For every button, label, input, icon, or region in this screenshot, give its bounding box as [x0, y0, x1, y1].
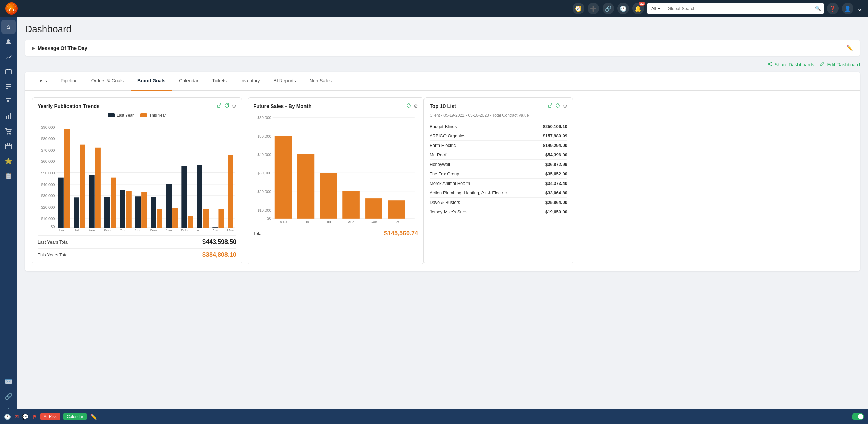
sidebar-item-reports[interactable]	[1, 94, 16, 109]
svg-rect-87	[297, 154, 315, 219]
calendar-tag[interactable]: Calendar	[63, 413, 87, 420]
collapse-nav-btn[interactable]: ⌄	[857, 4, 863, 13]
sidebar-item-analytics[interactable]	[1, 109, 16, 123]
add-icon-btn[interactable]: ➕	[588, 3, 599, 14]
top10-amount: $33,064.80	[545, 190, 567, 195]
bottom-flag-icon[interactable]: ⚑	[32, 413, 37, 420]
motd-edit-icon[interactable]: ✏️	[846, 45, 853, 51]
sidebar-item-orders[interactable]	[1, 124, 16, 138]
svg-text:$30,000: $30,000	[257, 171, 271, 175]
tab-lists[interactable]: Lists	[31, 72, 54, 91]
motd-toggle-icon[interactable]: ▶	[32, 46, 35, 51]
top10-settings-icon[interactable]: ⚙	[563, 103, 567, 109]
top10-client-name: Budget Blinds	[430, 124, 457, 129]
sidebar-item-mail[interactable]: ✉️	[1, 374, 16, 389]
search-scope-select[interactable]: All	[650, 6, 662, 12]
sidebar-item-deals[interactable]	[1, 50, 16, 64]
bottom-chat-icon[interactable]: 💬	[22, 413, 29, 420]
edit-icon	[820, 61, 825, 68]
legend-this-year-label: This Year	[149, 113, 166, 118]
bottom-edit-icon[interactable]: ✏️	[90, 413, 97, 420]
svg-rect-38	[74, 197, 79, 228]
yearly-chart-svg: $90,000 $80,000 $70,000 $60,000 $50,000 …	[38, 122, 236, 231]
tab-pipeline[interactable]: Pipeline	[54, 72, 84, 91]
help-icon-btn[interactable]: ❓	[827, 3, 839, 14]
sidebar-item-contacts[interactable]	[1, 35, 16, 49]
top10-expand-icon[interactable]	[548, 103, 553, 109]
dashboard-actions: Share Dashboards Edit Dashboard	[25, 61, 860, 68]
top10-amount: $54,396.00	[545, 152, 567, 157]
tab-inventory[interactable]: Inventory	[234, 72, 267, 91]
top10-row: Jersey Mike's Subs$19,650.00	[430, 207, 567, 216]
search-icon[interactable]: 🔍	[815, 6, 821, 11]
yearly-chart-header: Yearly Publication Trends ⚙	[38, 103, 236, 109]
svg-text:$50,000: $50,000	[257, 134, 271, 138]
svg-text:Aug: Aug	[348, 220, 355, 223]
top10-row: The Fox Group$35,652.00	[430, 169, 567, 179]
tab-calendar[interactable]: Calendar	[172, 72, 205, 91]
svg-rect-10	[6, 144, 11, 149]
top10-client-name: Honeywell	[430, 162, 450, 167]
yearly-chart-expand-icon[interactable]	[217, 103, 222, 109]
legend-this-year-dot	[140, 113, 147, 117]
future-chart-footer: Total $145,560.74	[253, 227, 418, 237]
sidebar-item-campaigns[interactable]	[1, 64, 16, 79]
tab-bi-reports[interactable]: BI Reports	[267, 72, 303, 91]
sidebar-item-calendar[interactable]	[1, 139, 16, 153]
tab-orders-goals[interactable]: Orders & Goals	[84, 72, 131, 91]
share-icon	[767, 61, 773, 68]
svg-text:Jul: Jul	[74, 229, 79, 231]
bottom-clock-icon[interactable]: 🕐	[4, 413, 11, 420]
top10-refresh-icon[interactable]	[555, 103, 560, 109]
future-chart-settings-icon[interactable]: ⚙	[414, 103, 418, 109]
search-input[interactable]	[668, 6, 815, 11]
yearly-chart-settings-icon[interactable]: ⚙	[232, 103, 236, 109]
sidebar-item-home[interactable]: ⌂	[1, 20, 16, 34]
top10-client-name: Jersey Mike's Subs	[430, 209, 468, 214]
tab-tickets[interactable]: Tickets	[205, 72, 234, 91]
svg-text:$30,000: $30,000	[41, 194, 55, 198]
svg-text:$60,000: $60,000	[257, 116, 271, 120]
app-logo[interactable]	[5, 2, 18, 15]
toggle-knob	[858, 414, 863, 419]
yearly-chart-footer-thisyear: This Years Total $384,808.10	[38, 248, 236, 258]
bottom-toggle[interactable]	[852, 413, 864, 420]
compass-icon-btn[interactable]: 🧭	[573, 3, 584, 14]
share-dashboards-btn[interactable]: Share Dashboards	[767, 61, 814, 68]
bell-icon-btn[interactable]: 🔔 32	[632, 3, 644, 14]
top10-client-name: ARBICO Organics	[430, 133, 465, 138]
top-nav-right: 🧭 ➕ 🔗 🕐 🔔 32 All 🔍 ❓ 👤 ⌄	[573, 3, 863, 14]
top10-amount: $149,294.00	[543, 143, 567, 148]
svg-rect-55	[203, 209, 209, 228]
svg-rect-51	[172, 208, 178, 228]
user-icon-btn[interactable]: 👤	[842, 3, 853, 14]
top10-title: Top 10 List	[430, 103, 456, 109]
bottom-mail-icon[interactable]: ✉	[14, 413, 19, 420]
at-risk-tag[interactable]: At Risk	[40, 413, 60, 420]
top10-amount: $36,872.99	[545, 162, 567, 167]
sidebar-item-activities[interactable]	[1, 79, 16, 94]
tab-brand-goals[interactable]: Brand Goals	[131, 72, 172, 91]
svg-point-11	[771, 62, 772, 63]
tab-non-sales[interactable]: Non-Sales	[303, 72, 338, 91]
svg-rect-54	[197, 165, 202, 228]
svg-text:$10,000: $10,000	[257, 208, 271, 212]
tabs-bar: Lists Pipeline Orders & Goals Brand Goal…	[25, 72, 860, 91]
yearly-chart-refresh-icon[interactable]	[224, 103, 229, 109]
svg-rect-53	[188, 216, 193, 228]
sidebar-item-clipboard[interactable]: 📋	[1, 169, 16, 183]
top10-client-name: Merck Animal Health	[430, 181, 470, 186]
top10-amount: $25,864.00	[545, 200, 567, 205]
motd-title: Message Of The Day	[38, 45, 87, 51]
future-chart-svg: $60,000 $50,000 $40,000 $30,000 $20,000 …	[253, 113, 418, 223]
future-chart-refresh-icon[interactable]	[406, 103, 411, 109]
link-icon-btn[interactable]: 🔗	[603, 3, 614, 14]
sidebar-item-favorites[interactable]: ⭐	[1, 154, 16, 168]
sidebar-item-network[interactable]: 🔗	[1, 389, 16, 404]
svg-point-1	[11, 7, 13, 9]
edit-dashboard-btn[interactable]: Edit Dashboard	[820, 61, 860, 68]
legend-last-year-dot	[108, 113, 115, 117]
svg-rect-48	[151, 197, 156, 228]
clock-icon-btn[interactable]: 🕐	[617, 3, 629, 14]
svg-text:Jan: Jan	[166, 229, 172, 231]
